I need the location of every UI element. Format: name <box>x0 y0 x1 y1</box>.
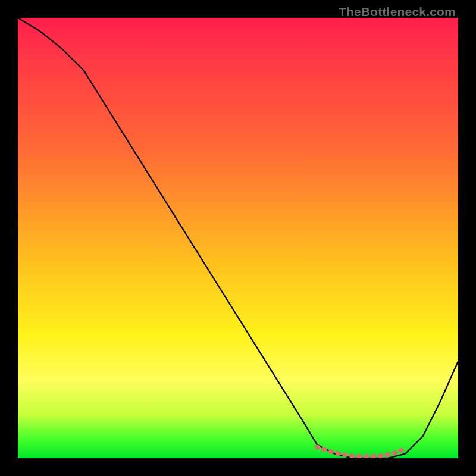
bottleneck-curve-line <box>18 18 458 458</box>
watermark-text: TheBottleneck.com <box>339 5 456 19</box>
optimal-range-marker-line <box>317 447 405 457</box>
chart-plot-area <box>18 18 458 458</box>
chart-svg <box>18 18 458 458</box>
chart-outer-frame: TheBottleneck.com <box>0 0 476 476</box>
